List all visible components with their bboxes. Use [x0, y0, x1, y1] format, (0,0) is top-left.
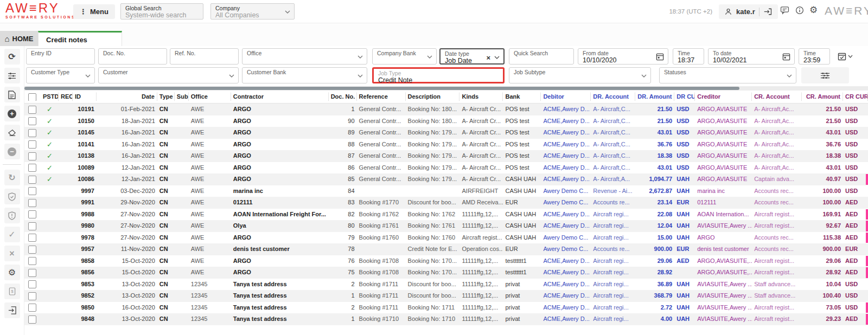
horizontal-scrollbar-thumb[interactable] — [24, 87, 739, 90]
cell-creditor[interactable]: AVIASUITE,Awery ... — [695, 313, 752, 325]
tab-credit-notes[interactable]: Credit notes — [38, 31, 122, 47]
col-header-id[interactable]: ID — [73, 93, 97, 101]
table-row[interactable]: 985313-Oct-2020CN12345Tanya test address… — [24, 279, 868, 291]
cell-debitor[interactable]: ACME,Awery D... — [541, 290, 591, 302]
col-header-dr_amount[interactable]: DR. Amount — [635, 93, 674, 101]
filter-time-to[interactable]: Time 23:59 — [799, 48, 830, 65]
calendar-icon[interactable] — [782, 53, 790, 61]
sidebar-verify-button[interactable] — [4, 189, 20, 204]
company-select[interactable]: Company All Companies — [210, 3, 295, 20]
cell-creditor[interactable]: ARGO,AVIASUITE — [695, 127, 752, 139]
cell-sel[interactable] — [24, 173, 41, 185]
filter-statuses[interactable]: Statuses — [659, 67, 796, 83]
info-icon[interactable] — [795, 6, 804, 15]
filter-time-from[interactable]: Time 18:37 — [673, 48, 704, 65]
calendar-icon[interactable] — [656, 53, 664, 61]
cell-creditor[interactable]: ARGO,AVIASUITE — [695, 115, 752, 127]
row-checkbox[interactable] — [28, 176, 36, 184]
row-checkbox[interactable] — [28, 117, 36, 125]
awery-logo[interactable]: AW≡RY SOFTWARE SOLUTIONS — [5, 2, 75, 19]
cell-sel[interactable] — [24, 150, 41, 162]
select-all-checkbox[interactable] — [28, 93, 36, 101]
col-header-contractor[interactable]: Contractor — [231, 93, 329, 101]
table-row[interactable]: 998027-Nov-2020CNAWEOlya80Booking #1761B… — [24, 220, 868, 232]
cell-debitor[interactable]: ACME,Awery D... — [541, 279, 591, 291]
cell-sel[interactable] — [24, 104, 41, 115]
cell-debitor[interactable]: ACME,Awery D... — [541, 139, 591, 151]
filter-job-type[interactable]: Job Type Credit Note — [372, 67, 505, 83]
cell-creditor[interactable]: ARGO,AVIASUITE,... — [695, 255, 752, 267]
sidebar-deactivate-button[interactable]: − — [4, 144, 20, 159]
row-checkbox[interactable] — [28, 187, 36, 195]
tab-home[interactable]: ⌂ HOME — [0, 31, 38, 47]
sidebar-sync-button[interactable]: ⟳ — [4, 49, 20, 65]
cell-sel[interactable] — [24, 209, 41, 221]
cell-sel[interactable] — [24, 162, 41, 174]
cell-debitor[interactable]: ACME,Awery D... — [541, 104, 591, 115]
col-header-dr_cur[interactable]: DR CUR — [674, 93, 695, 101]
cell-debitor[interactable]: ACME,Awery D... — [541, 150, 591, 162]
cell-sel[interactable] — [24, 313, 41, 325]
sidebar-settings-button[interactable]: ⚙ — [4, 265, 20, 280]
cell-sel[interactable] — [24, 139, 41, 151]
filter-quick-search[interactable]: Quick Search — [509, 48, 574, 65]
col-header-sub[interactable]: Sub — [175, 93, 189, 101]
row-checkbox[interactable] — [28, 210, 36, 218]
cell-creditor[interactable]: ARGO,AVIASUITE — [695, 104, 752, 115]
cell-creditor[interactable]: AVIASUITE,Awery ... — [695, 290, 752, 302]
row-checkbox[interactable] — [28, 222, 36, 230]
cell-debitor[interactable]: ACME,Awery D... — [541, 209, 591, 221]
cell-creditor[interactable]: denis test customer — [695, 243, 752, 255]
cell-sel[interactable] — [24, 115, 41, 127]
table-row[interactable]: 985213-Oct-2020CN12345Tanya test address… — [24, 290, 868, 302]
cell-creditor[interactable]: marina inc — [695, 185, 752, 197]
row-checkbox[interactable] — [28, 129, 36, 137]
horizontal-scrollbar[interactable] — [24, 86, 868, 91]
cell-creditor[interactable]: ARGO — [695, 232, 752, 244]
global-search-input[interactable]: Global Search System-wide search — [120, 3, 203, 20]
filter-doc-no[interactable]: Doc. No. — [98, 48, 167, 65]
sidebar-reject-button[interactable]: × — [4, 246, 20, 261]
table-row[interactable]: ✓1014116-Jan-2021CNAWEARGO88General Cont… — [24, 139, 868, 151]
table-row[interactable]: 999703-Dec-2020CNAWEmarina inc84AIRFREIG… — [24, 185, 868, 197]
row-checkbox[interactable] — [28, 199, 36, 207]
cell-creditor[interactable]: ARGO,AVIASUITE — [695, 173, 752, 185]
filter-from-date[interactable]: From date 10/10/2020 — [578, 48, 668, 65]
filter-customer-type[interactable]: Customer Type — [26, 67, 95, 83]
filter-job-subtype[interactable]: Job Subtype — [509, 67, 651, 83]
sidebar-filter-settings-button[interactable] — [4, 68, 20, 83]
table-row[interactable]: ✓1013816-Jan-2021CNAWEARGO87General Cont… — [24, 150, 868, 162]
row-checkbox[interactable] — [28, 246, 36, 254]
cell-sel[interactable] — [24, 279, 41, 291]
sidebar-approve-button[interactable]: ✓ — [4, 227, 20, 242]
cell-debitor[interactable]: Awery Demo C... — [541, 243, 591, 255]
table-row[interactable]: ✓1008612-Jan-2021CNAWEARGO85General Cont… — [24, 173, 868, 185]
col-header-cr_amount[interactable]: CR. Amount — [802, 93, 843, 101]
cell-sel[interactable] — [24, 232, 41, 244]
col-header-creditor[interactable]: Creditor — [695, 93, 752, 101]
settings-icon[interactable]: ⚙ — [809, 5, 818, 15]
cell-debitor[interactable]: ACME,Awery D... — [541, 162, 591, 174]
clear-icon[interactable]: × — [486, 54, 490, 62]
cell-debitor[interactable]: Awery Demo C... — [541, 197, 591, 209]
col-header-doc_no[interactable]: Doc. No. — [329, 93, 357, 101]
cell-sel[interactable] — [24, 302, 41, 314]
table-row[interactable]: 998827-Nov-2020CNAWEAOAN International F… — [24, 209, 868, 221]
row-checkbox[interactable] — [28, 140, 36, 149]
filter-company-bank[interactable]: Company Bank — [372, 48, 437, 65]
cell-debitor[interactable]: ACME,Awery D... — [541, 267, 591, 279]
cell-creditor[interactable]: 012111 — [695, 197, 752, 209]
sidebar-invoice-button[interactable] — [4, 87, 20, 102]
col-header-kinds[interactable]: Kinds — [459, 93, 503, 101]
cell-sel[interactable] — [24, 185, 41, 197]
col-header-date[interactable]: Date — [97, 93, 157, 101]
table-row[interactable]: ✓1008912-Jan-2021CNAWEARGO86General Cont… — [24, 162, 868, 174]
cell-debitor[interactable]: ACME,Awery D... — [541, 173, 591, 185]
filter-customer[interactable]: Customer — [98, 67, 239, 83]
cell-creditor[interactable]: AVIASUITE,Awery ... — [695, 220, 752, 232]
cell-creditor[interactable]: ARGO,AVIASUITE,... — [695, 267, 752, 279]
cell-debitor[interactable]: ACME,Awery D... — [541, 313, 591, 325]
filter-entry-id[interactable]: Entry ID — [26, 48, 95, 65]
cell-creditor[interactable]: AOAN Internation... — [695, 209, 752, 221]
row-checkbox[interactable] — [28, 164, 36, 172]
